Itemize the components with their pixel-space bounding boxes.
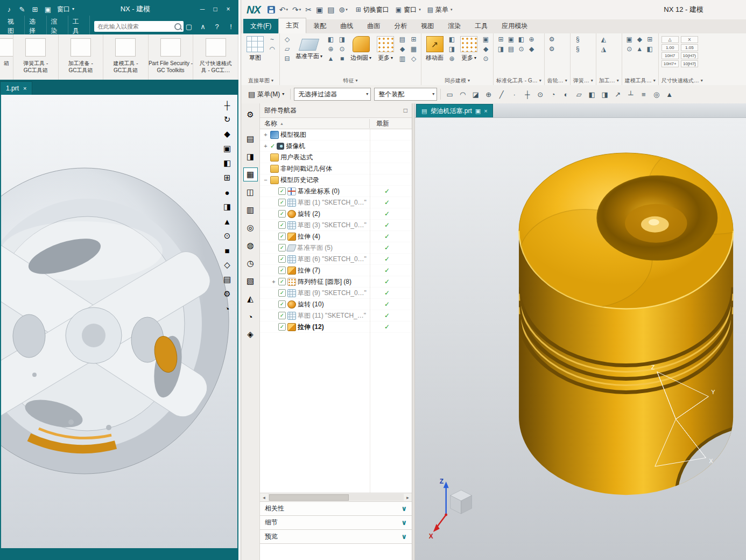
ribbon-mini-icon[interactable]: ◧ xyxy=(447,35,456,44)
navigation-settings-icon[interactable]: ⚙ xyxy=(243,108,258,122)
search-input[interactable] xyxy=(96,23,172,30)
new-view-icon[interactable]: ▣ xyxy=(475,108,481,115)
ribbon-mini-icon[interactable]: ◇ xyxy=(283,35,292,44)
group-arrow-icon[interactable]: ▾ xyxy=(468,79,470,83)
ribbon-tab[interactable]: 工具 xyxy=(468,19,495,33)
group-arrow-icon[interactable]: ▾ xyxy=(539,79,541,83)
ribbon-mini-icon[interactable]: ▱ xyxy=(283,45,292,54)
feature-checkbox[interactable]: ✓ xyxy=(278,255,286,263)
section-view-icon[interactable]: ⊙ xyxy=(221,230,234,242)
center-point-icon[interactable]: ⊙ xyxy=(534,89,546,100)
feature-checkbox[interactable]: ✓ xyxy=(278,278,286,285)
tree-row[interactable]: ✓ 旋转 (10) ✓ xyxy=(260,299,412,310)
window-menu-button[interactable]: ▣ 窗口 ▾ xyxy=(392,4,424,16)
feature-label[interactable]: 草图 (1) "SKETCH_0…" xyxy=(298,198,367,207)
paste-icon[interactable]: ▤ xyxy=(326,5,336,15)
expander-icon[interactable]: + xyxy=(263,131,269,138)
feature-label[interactable]: 基准平面 (5) xyxy=(297,243,333,253)
ribbon-mini-icon[interactable]: ◆ xyxy=(635,35,644,44)
ribbon-tab[interactable]: 装配 xyxy=(306,19,333,33)
quickbar-tab[interactable]: 视图 xyxy=(3,16,25,37)
menu-button[interactable]: ▤ 菜单(M)▾ xyxy=(245,89,287,100)
ribbon-group[interactable]: 箱 xyxy=(0,34,13,80)
tree-row[interactable]: ✓ 草图 (9) "SKETCH_0…" ✓ xyxy=(260,288,412,299)
group-arrow-icon[interactable]: ▾ xyxy=(617,79,619,83)
highlight-icon[interactable]: ◪ xyxy=(470,89,481,100)
feature-label[interactable]: 模型历史记录 xyxy=(280,176,319,185)
feature-checkbox[interactable]: ✓ xyxy=(278,323,286,331)
datum-display-icon[interactable]: ◇ xyxy=(221,259,234,271)
tangent-icon[interactable]: ◎ xyxy=(651,89,662,100)
tree-row[interactable]: + ✓ 阵列特征 [圆形] (8) ✓ xyxy=(260,276,412,288)
feature-label[interactable]: 拉伸 (7) xyxy=(298,266,320,275)
scrollbar-thumb[interactable] xyxy=(269,494,349,501)
copy-icon[interactable]: ▣ xyxy=(314,5,325,15)
group-arrow-icon[interactable]: ▾ xyxy=(591,79,593,83)
rotate-view-icon[interactable]: ↻ xyxy=(221,114,234,125)
part-tab-active[interactable]: ▤ 柴油机活塞.prt ▣ × xyxy=(416,104,493,117)
ribbon-mini-icon[interactable]: ◨ xyxy=(496,45,505,54)
fit-view-icon[interactable]: ▲ xyxy=(221,215,234,227)
ribbon-group[interactable]: 加工准备 -GC工具箱 xyxy=(59,34,104,80)
feature-label[interactable]: 旋转 (2) xyxy=(298,209,320,219)
existing-point-icon[interactable]: ◐ xyxy=(560,89,572,100)
parallel-icon[interactable]: ≡ xyxy=(638,89,649,100)
point-on-curve-icon[interactable]: ▱ xyxy=(573,89,585,100)
microphone-icon[interactable]: ♪ xyxy=(4,4,14,14)
tree-row[interactable]: ✓ 基准坐标系 (0) ✓ xyxy=(260,186,412,197)
group-arrow-icon[interactable]: ▾ xyxy=(653,79,656,83)
select-rect-icon[interactable]: ▭ xyxy=(444,89,455,100)
perpendicular-icon[interactable]: ┴ xyxy=(625,89,636,100)
tree-row[interactable]: ✓ 草图 (3) "SKETCH_0…" ✓ xyxy=(260,220,412,231)
minimize-ribbon-icon[interactable]: ∧ xyxy=(199,23,207,31)
intersection-icon[interactable]: ┼ xyxy=(522,89,533,100)
ribbon-mini-icon[interactable]: ▦ xyxy=(409,45,418,54)
group-arrow-icon[interactable]: ▾ xyxy=(565,79,567,83)
new-window-icon[interactable]: ⊞ xyxy=(30,4,40,14)
ribbon-mini-icon[interactable]: ▤ xyxy=(398,35,407,44)
end-point-icon[interactable]: ╱ xyxy=(496,89,507,100)
ribbon-mini-icon[interactable]: ◨ xyxy=(337,35,347,44)
tree-row[interactable]: ✓ 草图 (1) "SKETCH_0…" ✓ xyxy=(260,197,412,208)
spring-icon[interactable]: § xyxy=(573,35,582,44)
ribbon-group[interactable]: Part File Security -GC Toolkits xyxy=(149,34,194,80)
scroll-right-icon[interactable]: ▸ xyxy=(404,495,412,500)
quickbar-tab[interactable]: 选择 xyxy=(25,16,46,37)
cascade-window-icon[interactable]: ▣ xyxy=(43,4,53,14)
switch-window-button[interactable]: ⊞ 切换窗口 xyxy=(353,4,392,16)
roles-icon[interactable]: ◔ xyxy=(243,310,258,324)
pan-view-icon[interactable]: ● xyxy=(221,186,234,198)
clock-icon[interactable]: ◔ xyxy=(221,303,234,314)
datum-plane-button[interactable]: 基准平面▾ xyxy=(294,35,324,61)
selection-filter-dropdown[interactable]: 无选择过滤器▾ xyxy=(294,88,371,101)
scroll-left-icon[interactable]: ◂ xyxy=(260,495,268,500)
lasso-icon[interactable]: ◠ xyxy=(457,89,468,100)
window-menu-button[interactable]: 窗口▾ xyxy=(57,5,74,14)
navigator-section-header[interactable]: 预览 ∨ xyxy=(260,529,412,543)
tree-row[interactable]: − 模型历史记录 xyxy=(260,174,412,186)
quadrant-icon[interactable]: ◔ xyxy=(547,89,559,100)
group-arrow-icon[interactable]: ▾ xyxy=(271,79,273,83)
layer-icon[interactable]: ■ xyxy=(221,244,234,256)
column-header-latest[interactable]: 最新 xyxy=(370,119,389,128)
menu-button[interactable]: ▤ 菜单 ▾ xyxy=(424,4,456,16)
search-icon[interactable] xyxy=(174,23,181,30)
wireframe-view-icon[interactable]: ⊞ xyxy=(221,172,234,184)
ribbon-mini-icon[interactable]: ~ xyxy=(268,35,277,44)
snap-point-icon[interactable]: ⊕ xyxy=(483,89,494,100)
tolerance-format-chip[interactable]: 10H7 xyxy=(661,52,679,59)
feature-checkbox[interactable]: ✓ xyxy=(278,244,286,251)
assembly-navigator-icon[interactable]: ▤ xyxy=(243,132,258,146)
edge-blend-button[interactable]: 边倒圆▾ xyxy=(349,35,373,63)
maximize-button[interactable]: □ xyxy=(209,4,221,15)
horizontal-scrollbar[interactable]: ◂ ▸ xyxy=(260,493,412,501)
ribbon-tab[interactable]: 分析 xyxy=(387,19,414,33)
feature-checkbox[interactable]: ✓ xyxy=(278,267,286,274)
quickbar-tab[interactable]: 渲染 xyxy=(47,16,68,37)
close-button[interactable]: × xyxy=(222,4,234,15)
sync-more-button[interactable]: 更多▾ xyxy=(459,35,479,63)
feature-checkbox[interactable]: ✓ xyxy=(278,221,286,229)
list-icon[interactable]: ▤ xyxy=(221,274,234,285)
redo-icon[interactable]: ↷ ▾ xyxy=(291,5,302,15)
part-navigator-icon[interactable]: ▦ xyxy=(243,167,258,181)
